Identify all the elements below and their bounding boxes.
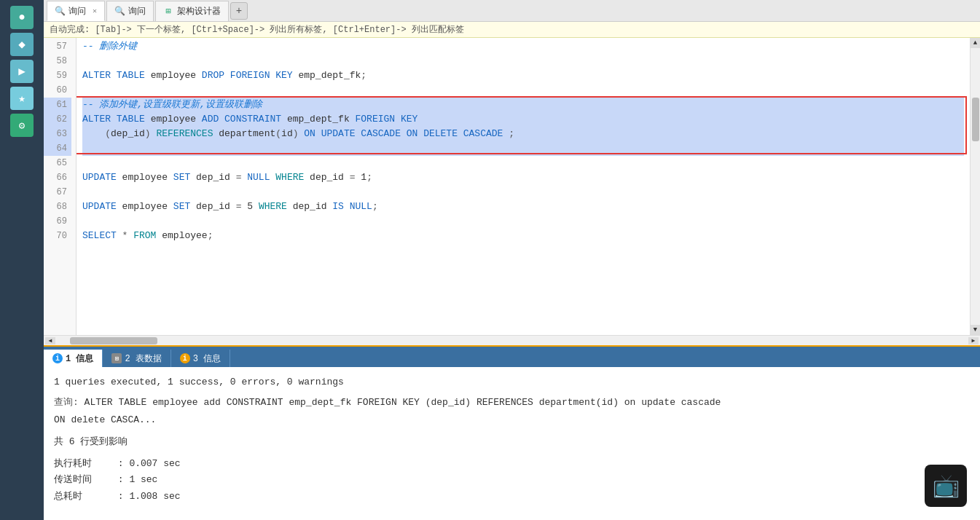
add-tab-button[interactable]: + (230, 2, 248, 20)
timing-transfer-value: : 1 sec (118, 474, 158, 485)
token-punct: ( (82, 127, 111, 141)
token-kw: ALTER TABLE (82, 68, 151, 83)
token-kw: SELECT (82, 229, 122, 243)
query-text-cont: ON delete CASCA... (54, 414, 156, 425)
token-punct: = (236, 170, 248, 185)
token-kw2: FROM (133, 229, 162, 243)
info-icon-3: i (180, 353, 190, 363)
code-line-58 (82, 54, 964, 68)
timing-total: 总耗时 : 1.008 sec (54, 489, 970, 505)
line-number-61: 61 (44, 98, 71, 112)
timing-exec: 执行耗时 : 0.007 sec (54, 456, 970, 472)
sidebar-icon-1[interactable]: ● (10, 6, 34, 29)
token-kw: ALTER TABLE (82, 112, 151, 127)
token-kw: UPDATE (82, 170, 122, 185)
token-kw: CASCADE (463, 127, 509, 141)
autocomplete-text: 自动完成: [Tab]-> 下一个标签, [Ctrl+Space]-> 列出所有… (50, 23, 464, 36)
tab-query1-close[interactable]: ✕ (93, 7, 97, 15)
token-id: employee (151, 68, 202, 83)
tab-query2-label: 询问 (128, 5, 146, 17)
bottom-panel: i 1 信息 ⊞ 2 表数据 i 3 信息 1 queries executed… (44, 345, 980, 520)
token-punct: ( (275, 127, 281, 141)
token-id: 1 (361, 170, 366, 185)
scrollbar-thumb[interactable] (972, 98, 979, 141)
query-line-cont: ON delete CASCA... (54, 412, 970, 428)
code-editor[interactable]: -- 删除外键ALTER TABLE employee DROP FOREIGN… (77, 38, 970, 335)
timing-block: 执行耗时 : 0.007 sec 传送时间 : 1 sec 总耗时 : 1.00… (54, 456, 970, 504)
token-id: dep_id (293, 200, 333, 214)
main-content: 🔍 询问 ✕ 🔍 询问 ⊞ 架构设计器 + 自动完成: [Tab]-> 下一个标… (44, 0, 980, 520)
timing-exec-value: : 0.007 sec (118, 458, 181, 469)
token-kw: ADD CONSTRAINT (202, 112, 287, 127)
code-line-59: ALTER TABLE employee DROP FOREIGN KEY em… (82, 68, 964, 83)
token-id: emp_dept_fk (298, 68, 361, 83)
table-icon: ⊞ (111, 353, 122, 363)
h-scrollbar-thumb[interactable] (70, 337, 157, 344)
tv-icon: 📺 (925, 465, 967, 507)
query-line: 查询: ALTER TABLE employee add CONSTRAINT … (54, 395, 970, 411)
token-id: dep_id (196, 170, 236, 185)
token-id: id (281, 127, 293, 141)
left-sidebar: ● ◆ ▶ ★ ⚙ (0, 0, 44, 520)
info-icon-1: i (52, 353, 63, 363)
app-window: ● ◆ ▶ ★ ⚙ 🔍 询问 ✕ 🔍 询问 ⊞ 架构设计器 (0, 0, 980, 520)
token-id: dep_id (196, 200, 236, 214)
tab-schema[interactable]: ⊞ 架构设计器 (155, 1, 229, 21)
code-line-70: SELECT * FROM employee; (82, 229, 964, 243)
bottom-tab-info3[interactable]: i 3 信息 (171, 350, 230, 367)
scroll-up-arrow[interactable]: ▲ (971, 38, 980, 48)
tab-schema-label: 架构设计器 (177, 5, 221, 17)
autocomplete-hint: 自动完成: [Tab]-> 下一个标签, [Ctrl+Space]-> 列出所有… (44, 22, 980, 38)
scroll-right-arrow[interactable]: ▶ (968, 337, 979, 344)
token-kw: ON UPDATE (304, 127, 361, 141)
token-punct: ; (372, 200, 378, 214)
token-kw: NULL (247, 170, 275, 185)
bottom-tab-tabledata[interactable]: ⊞ 2 表数据 (103, 350, 170, 367)
scroll-down-arrow[interactable]: ▼ (971, 325, 980, 335)
code-line-64 (82, 141, 964, 156)
token-kw: UPDATE (82, 200, 122, 214)
sidebar-icon-2[interactable]: ◆ (10, 33, 34, 56)
bottom-tab-info1[interactable]: i 1 信息 (44, 350, 103, 367)
token-punct: = (236, 200, 248, 214)
query-text: ALTER TABLE employee add CONSTRAINT emp_… (85, 397, 721, 408)
token-kw: IS NULL (332, 200, 372, 214)
bottom-tabs-row: i 1 信息 ⊞ 2 表数据 i 3 信息 (44, 347, 980, 367)
line-number-64: 64 (44, 141, 71, 156)
line-number-58: 58 (44, 54, 71, 68)
line-number-63: 63 (44, 127, 71, 141)
sidebar-icon-5[interactable]: ⚙ (10, 114, 34, 137)
code-line-68: UPDATE employee SET dep_id = 5 WHERE dep… (82, 200, 964, 214)
line-number-57: 57 (44, 39, 71, 54)
token-kw2: WHERE (275, 170, 310, 185)
token-punct: ; (361, 68, 366, 83)
code-line-69 (82, 214, 964, 229)
code-line-66: UPDATE employee SET dep_id = NULL WHERE … (82, 170, 964, 185)
sidebar-icon-4[interactable]: ★ (10, 87, 34, 110)
vertical-scrollbar[interactable]: ▲ ▼ (970, 38, 980, 335)
token-id: employee (122, 170, 173, 185)
code-line-65 (82, 156, 964, 170)
token-id: 5 (247, 200, 259, 214)
token-kw: ON DELETE (407, 127, 463, 141)
line-number-68: 68 (44, 200, 71, 214)
horizontal-scrollbar[interactable]: ◀ ▶ (44, 335, 980, 345)
token-punct: ; (208, 229, 213, 243)
result-summary: 1 queries executed, 1 success, 0 errors,… (54, 374, 970, 390)
scroll-left-arrow[interactable]: ◀ (45, 337, 55, 344)
query-label: 查询: (54, 397, 85, 408)
line-numbers: 5758596061626364656667686970 (44, 38, 77, 335)
token-id: employee (151, 112, 202, 127)
token-id: employee (162, 229, 207, 243)
line-number-60: 60 (44, 83, 71, 98)
timing-transfer-label: 传送时间 (54, 472, 112, 488)
code-line-63: (dep_id) REFERENCES department(id) ON UP… (82, 127, 964, 141)
token-id: dep_id (310, 170, 350, 185)
token-cm: -- 删除外键 (82, 39, 137, 54)
tab-query2[interactable]: 🔍 询问 (106, 1, 154, 21)
magnifier-icon: 🔍 (55, 6, 65, 16)
tab-query1[interactable]: 🔍 询问 ✕ (47, 1, 105, 21)
editor-area: 5758596061626364656667686970 -- 删除外键ALTE… (44, 38, 980, 335)
sidebar-icon-3[interactable]: ▶ (10, 60, 34, 83)
result-summary-text: 1 queries executed, 1 success, 0 errors,… (54, 377, 344, 387)
